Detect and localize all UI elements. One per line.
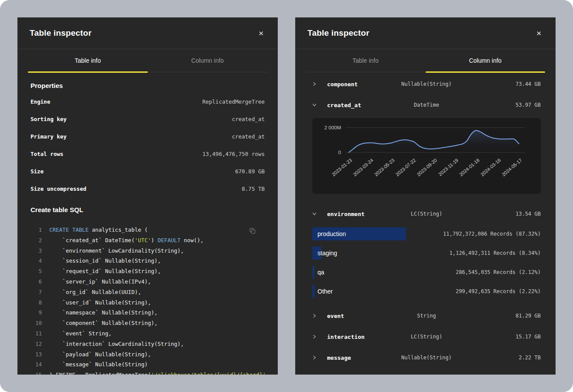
chevron-right-icon <box>312 355 317 360</box>
property-label: Sorting key <box>31 116 67 122</box>
sql-token: 'UTC' <box>135 237 151 243</box>
tab-column-info[interactable]: Column info <box>426 49 546 72</box>
column-row[interactable]: created_at DateTime 53.97 GB <box>312 95 541 115</box>
property-row: Engine ReplicatedMergeTree <box>31 93 265 110</box>
property-label: Size <box>31 168 44 175</box>
sql-line: 3 `environment` LowCardinality(String), <box>31 246 265 256</box>
property-row: Primary key created_at <box>31 128 265 145</box>
line-code: `created_at` DateTime('UTC') DEFAULT now… <box>49 235 204 246</box>
table-info-content: Properties Engine ReplicatedMergeTree So… <box>17 82 278 375</box>
create-table-sql-heading: Create table SQL <box>31 206 265 213</box>
svg-text:2023-03-24: 2023-03-24 <box>352 157 374 177</box>
line-number: 10 <box>31 318 42 328</box>
column-type: DateTime <box>414 102 439 108</box>
svg-text:2023-09-20: 2023-09-20 <box>416 157 438 177</box>
properties-heading: Properties <box>31 82 265 89</box>
sql-line: 11 `event` String, <box>31 328 265 339</box>
sql-token: `environment` LowCardinality(String), <box>49 247 184 254</box>
sql-token: `request_id` Nullable(String), <box>49 268 161 274</box>
line-number: 5 <box>31 266 42 277</box>
value-label: Other <box>317 288 333 295</box>
column-list: component Nullable(String) 73.44 GB crea… <box>295 72 556 368</box>
property-value: created_at <box>232 133 265 140</box>
column-size: 2.22 TB <box>518 355 541 361</box>
tabbar: Table info Column info <box>306 49 545 72</box>
column-name: environment <box>327 211 365 217</box>
close-icon[interactable]: ✕ <box>534 28 543 38</box>
line-code: `component` Nullable(String), <box>49 318 157 328</box>
properties-list: Engine ReplicatedMergeTree Sorting key c… <box>31 93 265 197</box>
sql-line: 12 `interaction` LowCardinality(String), <box>31 339 265 349</box>
close-icon[interactable]: ✕ <box>256 28 266 38</box>
sql-token: `user_id` Nullable(String), <box>49 299 151 306</box>
sql-line: 1 CREATE TABLE analytics_table ( <box>31 225 265 235</box>
line-code: CREATE TABLE analytics_table ( <box>49 225 148 235</box>
sql-token: `event` String, <box>49 330 112 337</box>
column-row[interactable]: component Nullable(String) 73.44 GB <box>312 74 541 95</box>
line-number: 15 <box>31 370 42 375</box>
sql-line: 15 ) ENGINE = ReplicatedMergeTree('/clic… <box>31 370 265 375</box>
table-inspector-dialog-table-info: Table inspector ✕ Table info Column info… <box>17 17 278 375</box>
value-label: qa <box>317 269 324 276</box>
property-row: Size 670.89 GB <box>31 162 265 180</box>
sql-token: analytics_table ( <box>89 226 147 233</box>
sql-line: 14 `message` Nullable(String) <box>31 359 265 370</box>
column-type: Nullable(String) <box>401 355 452 361</box>
line-code: `namespace` Nullable(String), <box>49 308 157 318</box>
sql-token: `org_id` Nullable(UUID), <box>49 289 141 295</box>
line-number: 8 <box>31 297 42 308</box>
column-type: String <box>417 313 436 319</box>
line-number: 14 <box>31 359 42 370</box>
svg-text:2024-05-17: 2024-05-17 <box>501 157 523 177</box>
created-at-distribution-chart: 2 000M02023-01-232023-03-242023-05-23202… <box>312 118 541 194</box>
line-code: `interaction` LowCardinality(String), <box>49 339 184 349</box>
line-code: `request_id` Nullable(String), <box>49 266 161 277</box>
sql-token: ) ENGINE = ReplicatedMergeTree( <box>49 372 151 375</box>
chevron-down-icon <box>312 102 317 108</box>
svg-text:2 000M: 2 000M <box>324 125 341 130</box>
column-row[interactable]: event String 81.29 GB <box>312 305 541 326</box>
column-name: message <box>327 355 351 361</box>
column-name: event <box>327 313 344 319</box>
dialog-title: Table inspector <box>307 28 369 38</box>
tab-table-info[interactable]: Table info <box>306 49 426 72</box>
sql-token: `component` Nullable(String), <box>49 320 157 326</box>
tab-column-info[interactable]: Column info <box>148 49 268 72</box>
line-code: `message` Nullable(String) <box>49 359 148 370</box>
column-type: Nullable(String) <box>401 81 452 87</box>
chevron-right-icon <box>312 81 317 87</box>
svg-text:2023-07-22: 2023-07-22 <box>395 157 417 177</box>
tab-label: Column info <box>191 57 224 64</box>
spacer <box>312 301 541 305</box>
screenshot-backdrop: Table inspector ✕ Table info Column info… <box>0 0 573 392</box>
line-code: `user_id` Nullable(String), <box>49 297 151 308</box>
line-code: `server_ip` Nullable(IPv4), <box>49 277 151 287</box>
tab-table-info[interactable]: Table info <box>28 49 148 72</box>
line-code: ) ENGINE = ReplicatedMergeTree('/clickho… <box>49 370 266 375</box>
svg-text:2024-01-18: 2024-01-18 <box>458 157 481 177</box>
value-label: staging <box>317 250 337 257</box>
copy-icon[interactable] <box>248 226 257 237</box>
column-row[interactable]: message Nullable(String) 2.22 TB <box>312 347 541 368</box>
column-name: component <box>327 81 358 88</box>
value-distribution-row: staging 1,126,492,311 Records (8.34%) <box>312 243 541 263</box>
sql-token: DEFAULT <box>157 237 181 243</box>
line-number: 12 <box>31 339 42 349</box>
line-code: `org_id` Nullable(UUID), <box>49 287 141 297</box>
value-bar <box>312 285 315 298</box>
line-code: `environment` LowCardinality(String), <box>49 246 184 256</box>
sql-token: `interaction` LowCardinality(String), <box>49 341 184 347</box>
svg-text:2023-11-19: 2023-11-19 <box>437 157 459 177</box>
property-value: 8.75 TB <box>242 186 265 192</box>
column-row[interactable]: interaction LC(String) 15.17 GB <box>312 326 541 347</box>
column-row[interactable]: environment LC(String) 13.54 GB <box>312 203 541 224</box>
value-bar <box>312 266 314 279</box>
property-label: Primary key <box>31 133 67 140</box>
value-label: production <box>317 230 346 237</box>
svg-text:2023-01-23: 2023-01-23 <box>331 157 353 177</box>
sql-token: `payload` Nullable(String), <box>49 351 151 358</box>
sql-line: 9 `namespace` Nullable(String), <box>31 308 265 318</box>
line-number: 3 <box>31 246 42 256</box>
column-size: 81.29 GB <box>515 313 541 319</box>
chevron-right-icon <box>312 313 317 318</box>
